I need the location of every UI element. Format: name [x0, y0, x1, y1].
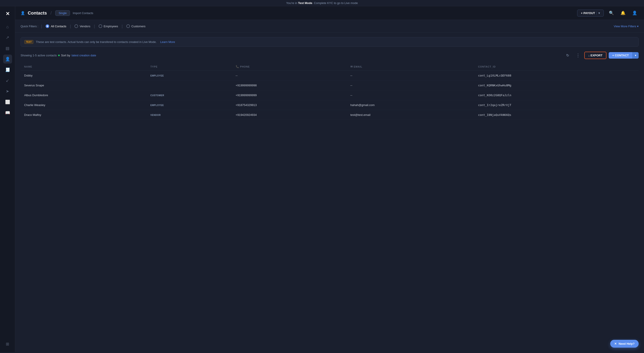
top-bar-text: You're in Test Mode. Complete KYC to go …: [286, 1, 358, 5]
sidebar-item-grid[interactable]: ⊞: [3, 339, 12, 348]
cell-type: EMPLOYEE: [147, 100, 232, 110]
account-button[interactable]: 👤: [630, 9, 639, 17]
col-header-phone: 📞PHONE: [232, 63, 347, 71]
refresh-button[interactable]: ↻: [564, 51, 572, 59]
main-content: 👤 Contacts / Single Import Contacts + PA…: [15, 6, 644, 352]
filter-all-radio: [46, 24, 49, 28]
toolbar-right: ↻ ⋮ ↓ EXPORT + CONTACT ▾: [564, 51, 639, 59]
tab-single[interactable]: Single: [55, 10, 70, 16]
chevron-down-icon: ▾: [637, 25, 639, 28]
table-row[interactable]: Severus Snape+919999999998--cont_KQRNKxG…: [20, 81, 639, 90]
sidebar: ✕ ⌂ ↗ ▤ 👤 🧾 ↙ ➤ ⬜ 📖 ⊞: [0, 6, 15, 352]
filter-employees[interactable]: Employees: [97, 24, 120, 29]
cell-phone: +919999999998: [232, 81, 347, 90]
cell-name: Draco Malfoy: [20, 110, 147, 120]
filter-vendors-radio: [74, 24, 78, 28]
cell-phone: +919999999999: [232, 90, 347, 100]
page-body: Quick Filters : | All Contacts | Vendors…: [15, 20, 644, 352]
sidebar-item-document[interactable]: ▤: [3, 44, 12, 53]
tab-import-contacts[interactable]: Import Contacts: [73, 12, 93, 15]
table-row[interactable]: DobbyEMPLOYEE----cont_Lg1XLMLcQEF688: [20, 71, 639, 81]
cell-type: [147, 81, 232, 90]
cell-email: test@test.email: [347, 110, 474, 120]
more-options-button[interactable]: ⋮: [574, 51, 582, 59]
filter-all-contacts[interactable]: All Contacts: [44, 24, 68, 29]
sidebar-item-download[interactable]: ↙: [3, 76, 12, 85]
cell-phone: +919420924934: [232, 110, 347, 120]
col-header-name: NAME: [20, 63, 147, 71]
table-row[interactable]: Draco MalfoyVENDOR+919420924934test@test…: [20, 110, 639, 120]
cell-contact-id: cont_Lg1XLMLcQEF688: [474, 71, 639, 81]
cell-type: CUSTOMER: [147, 90, 232, 100]
cell-contact-id: cont_KQRNKxGhwHu8Mg: [474, 81, 639, 90]
cell-email: --: [347, 81, 474, 90]
col-header-email: ✉EMAIL: [347, 63, 474, 71]
header-separator: /: [50, 11, 52, 16]
payout-button[interactable]: + PAYOUT ▾: [577, 10, 604, 17]
view-more-filters[interactable]: View More Filters ▾: [614, 25, 639, 28]
filter-customers[interactable]: Customers: [124, 24, 147, 29]
cell-email: --: [347, 71, 474, 81]
cell-phone: +918754329913: [232, 100, 347, 110]
need-help-icon: ✕: [614, 342, 617, 345]
cell-contact-id: cont_KO0z2G8QFaJzln: [474, 90, 639, 100]
payout-chevron[interactable]: ▾: [596, 12, 600, 15]
filter-vendors[interactable]: Vendors: [73, 24, 92, 29]
cell-contact-id: cont_I8NjaQuVkN66Qs: [474, 110, 639, 120]
need-help-button[interactable]: ✕ Need Help?: [610, 340, 639, 348]
sidebar-item-arrow[interactable]: ↗: [3, 33, 12, 42]
test-mode-banner: TEST These are test contacts. Actual fun…: [20, 37, 639, 47]
col-header-type: TYPE: [147, 63, 232, 71]
cell-phone: --: [232, 71, 347, 81]
search-button[interactable]: 🔍: [607, 9, 616, 17]
sidebar-item-send[interactable]: ➤: [3, 87, 12, 96]
table-header-row: NAME TYPE 📞PHONE ✉EMAIL CONTACT_ID: [20, 63, 639, 71]
cell-name: Albus Dumbledore: [20, 90, 147, 100]
learn-more-link[interactable]: Learn More: [160, 40, 175, 44]
sidebar-item-book[interactable]: 📖: [3, 108, 12, 117]
notifications-button[interactable]: 🔔: [619, 9, 627, 17]
cell-name: Charlie Weasley: [20, 100, 147, 110]
table-toolbar: Showing 1-5 active contacts Sort by late…: [20, 51, 639, 59]
filters-label: Quick Filters :: [20, 25, 38, 28]
add-contact-button[interactable]: + CONTACT: [609, 52, 632, 59]
sidebar-item-home[interactable]: ⌂: [3, 22, 12, 31]
active-dot: [58, 55, 60, 56]
page-header: 👤 Contacts / Single Import Contacts + PA…: [15, 6, 644, 20]
page-title: Contacts: [28, 11, 47, 16]
header-actions: + PAYOUT ▾ 🔍 🔔 👤: [577, 9, 639, 17]
contacts-table: NAME TYPE 📞PHONE ✉EMAIL CONTACT_ID Dobby…: [20, 63, 639, 120]
cell-email: hahah@gmail.com: [347, 100, 474, 110]
sidebar-item-receipt[interactable]: 🧾: [3, 65, 12, 74]
sidebar-item-box[interactable]: ⬜: [3, 98, 12, 107]
contacts-header-icon: 👤: [20, 11, 25, 15]
quick-filters-bar: Quick Filters : | All Contacts | Vendors…: [15, 20, 644, 33]
sidebar-item-contacts[interactable]: 👤: [3, 55, 12, 64]
filter-employees-radio: [98, 24, 102, 28]
top-notification-bar: You're in Test Mode. Complete KYC to go …: [0, 0, 644, 6]
table-row[interactable]: Albus DumbledoreCUSTOMER+919999999999--c…: [20, 90, 639, 100]
cell-name: Severus Snape: [20, 81, 147, 90]
filter-customers-radio: [126, 24, 130, 28]
export-button[interactable]: ↓ EXPORT: [584, 52, 607, 59]
col-header-contact-id: CONTACT_ID: [474, 63, 639, 71]
showing-text: Showing 1-5 active contacts Sort by late…: [20, 54, 96, 57]
cell-type: EMPLOYEE: [147, 71, 232, 81]
test-banner-message: These are test contacts. Actual funds ca…: [36, 40, 157, 44]
contact-btn-group: + CONTACT ▾: [609, 52, 639, 59]
content-area: TEST These are test contacts. Actual fun…: [15, 33, 644, 124]
cell-name: Dobby: [20, 71, 147, 81]
cell-contact-id: cont_Ir2qajreZRrVjT: [474, 100, 639, 110]
test-badge: TEST: [24, 40, 33, 44]
contact-btn-dropdown[interactable]: ▾: [632, 52, 639, 59]
table-row[interactable]: Charlie WeasleyEMPLOYEE+918754329913haha…: [20, 100, 639, 110]
sidebar-logo[interactable]: ✕: [4, 10, 12, 18]
cell-email: --: [347, 90, 474, 100]
cell-type: VENDOR: [147, 110, 232, 120]
